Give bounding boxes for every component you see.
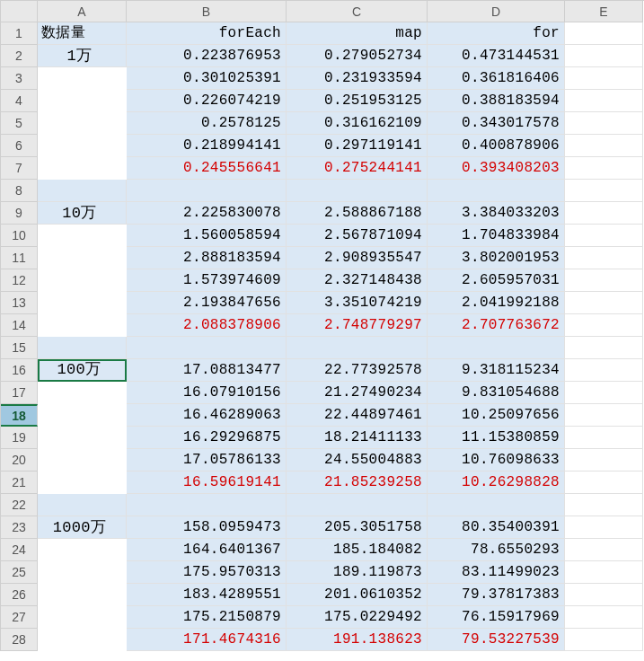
cell-C6[interactable]: 0.297119141 [287,135,428,157]
row-header[interactable]: 1 [1,22,38,45]
cell-C10[interactable]: 2.567871094 [287,225,428,247]
cell-A22[interactable] [38,494,127,516]
cell-B6[interactable]: 0.218994141 [127,135,287,157]
cell-B1[interactable]: forEach [127,22,287,45]
cell-D17[interactable]: 9.831054688 [428,382,565,404]
cell-B10[interactable]: 1.560058594 [127,225,287,247]
cell-B12[interactable]: 1.573974609 [127,269,287,292]
row-header[interactable]: 17 [1,382,38,404]
cell-B5[interactable]: 0.2578125 [127,112,287,135]
cell-B17[interactable]: 16.07910156 [127,382,287,404]
cell-B11[interactable]: 2.888183594 [127,247,287,269]
cell-E21[interactable] [565,472,643,494]
cell-B26[interactable]: 183.4289551 [127,584,287,606]
cell-C17[interactable]: 21.27490234 [287,382,428,404]
cell-E16[interactable] [565,359,643,382]
col-header-C[interactable]: C [287,1,428,22]
cell-E5[interactable] [565,112,643,135]
row-header[interactable]: 7 [1,157,38,180]
cell-D15[interactable] [428,337,565,359]
cell-C5[interactable]: 0.316162109 [287,112,428,135]
cell-A-group-100wan[interactable]: 100万 [38,359,127,382]
cell-B24[interactable]: 164.6401367 [127,539,287,561]
col-header-E[interactable]: E [565,1,643,22]
cell-C18[interactable]: 22.44897461 [287,404,428,427]
cell-C4[interactable]: 0.251953125 [287,90,428,112]
row-header[interactable]: 14 [1,314,38,337]
cell-C3[interactable]: 0.231933594 [287,67,428,90]
row-header[interactable]: 13 [1,292,38,314]
cell-E3[interactable] [565,67,643,90]
row-header[interactable]: 23 [1,516,38,539]
cell-D24[interactable]: 78.6550293 [428,539,565,561]
cell-E4[interactable] [565,90,643,112]
cell-E20[interactable] [565,449,643,472]
cell-E1[interactable] [565,22,643,45]
cell-C20[interactable]: 24.55004883 [287,449,428,472]
cell-C27[interactable]: 175.0229492 [287,606,428,629]
cell-B3[interactable]: 0.301025391 [127,67,287,90]
cell-D10[interactable]: 1.704833984 [428,225,565,247]
cell-E27[interactable] [565,606,643,629]
cell-A-group-10wan[interactable]: 10万 [38,202,127,225]
cell-A8[interactable] [38,180,127,202]
cell-E22[interactable] [565,494,643,516]
cell-D28[interactable]: 79.53227539 [428,629,565,651]
cell-C12[interactable]: 2.327148438 [287,269,428,292]
cell-D21[interactable]: 10.26298828 [428,472,565,494]
cell-D13[interactable]: 2.041992188 [428,292,565,314]
cell-E12[interactable] [565,269,643,292]
cell-B27[interactable]: 175.2150879 [127,606,287,629]
cell-E15[interactable] [565,337,643,359]
cell-D14[interactable]: 2.707763672 [428,314,565,337]
cell-D8[interactable] [428,180,565,202]
cell-E6[interactable] [565,135,643,157]
row-header[interactable]: 20 [1,449,38,472]
row-header[interactable]: 25 [1,561,38,584]
cell-E17[interactable] [565,382,643,404]
cell-D19[interactable]: 11.15380859 [428,427,565,449]
row-header[interactable]: 19 [1,427,38,449]
col-header-B[interactable]: B [127,1,287,22]
cell-E13[interactable] [565,292,643,314]
cell-D11[interactable]: 3.802001953 [428,247,565,269]
cell-E28[interactable] [565,629,643,651]
cell-C19[interactable]: 18.21411133 [287,427,428,449]
cell-C21[interactable]: 21.85239258 [287,472,428,494]
cell-D5[interactable]: 0.343017578 [428,112,565,135]
cell-E23[interactable] [565,516,643,539]
row-header[interactable]: 15 [1,337,38,359]
cell-C16[interactable]: 22.77392578 [287,359,428,382]
cell-D12[interactable]: 2.605957031 [428,269,565,292]
cell-B16[interactable]: 17.08813477 [127,359,287,382]
cell-E18[interactable] [565,404,643,427]
cell-B20[interactable]: 17.05786133 [127,449,287,472]
cell-B14[interactable]: 2.088378906 [127,314,287,337]
cell-B22[interactable] [127,494,287,516]
row-header[interactable]: 10 [1,225,38,247]
cell-E2[interactable] [565,45,643,67]
cell-C9[interactable]: 2.588867188 [287,202,428,225]
cell-C13[interactable]: 3.351074219 [287,292,428,314]
cell-D4[interactable]: 0.388183594 [428,90,565,112]
row-header[interactable]: 27 [1,606,38,629]
cell-E11[interactable] [565,247,643,269]
row-header[interactable]: 5 [1,112,38,135]
cell-B4[interactable]: 0.226074219 [127,90,287,112]
cell-E19[interactable] [565,427,643,449]
cell-A1[interactable]: 数据量 [38,22,127,45]
row-header[interactable]: 8 [1,180,38,202]
cell-D7[interactable]: 0.393408203 [428,157,565,180]
cell-B25[interactable]: 175.9570313 [127,561,287,584]
cell-C11[interactable]: 2.908935547 [287,247,428,269]
cell-D3[interactable]: 0.361816406 [428,67,565,90]
cell-B2[interactable]: 0.223876953 [127,45,287,67]
cell-E7[interactable] [565,157,643,180]
cell-B15[interactable] [127,337,287,359]
cell-A-group-1000wan[interactable]: 1000万 [38,516,127,539]
cell-C8[interactable] [287,180,428,202]
cell-E25[interactable] [565,561,643,584]
cell-B28[interactable]: 171.4674316 [127,629,287,651]
cell-D23[interactable]: 80.35400391 [428,516,565,539]
cell-B7[interactable]: 0.245556641 [127,157,287,180]
